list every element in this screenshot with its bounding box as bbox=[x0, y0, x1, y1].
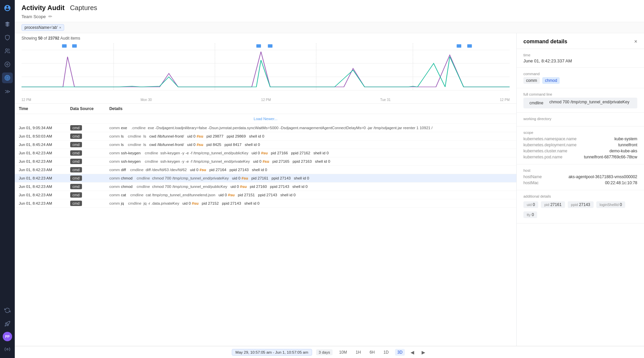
details-close-btn[interactable]: × bbox=[634, 39, 637, 45]
svg-rect-16 bbox=[72, 44, 77, 48]
table-row[interactable]: Jun 01, 8:42:23 AM cmd comm ssh-keygen c… bbox=[15, 149, 516, 157]
showing-middle: of bbox=[43, 36, 48, 41]
detail-workdir-section: working directory bbox=[517, 113, 644, 126]
sidebar-item-capture[interactable] bbox=[2, 59, 13, 70]
row-source: cmd bbox=[66, 149, 105, 157]
scope-val-cluster: demo-kube-aks bbox=[609, 149, 637, 153]
time-btn-1d[interactable]: 1D bbox=[381, 349, 391, 356]
host-row-mac: hostMac 00:22:48:1c:10:78 bbox=[523, 180, 637, 186]
filter-tag-process: processName='ab' × bbox=[22, 24, 64, 31]
row-source: cmd bbox=[66, 132, 105, 141]
detail-time-section: time June 01, 8:42:23.337 AM bbox=[517, 49, 644, 68]
sidebar-item-users[interactable] bbox=[2, 46, 13, 56]
scope-row-ns: kubernetes.namespace.name kube-system bbox=[523, 136, 637, 142]
timeline-next-btn[interactable]: ▶ bbox=[420, 349, 427, 356]
scope-key-deploy: kubernetes.deployment.name bbox=[523, 143, 576, 147]
svg-point-2 bbox=[7, 64, 8, 65]
sidebar-item-more[interactable]: ≫ bbox=[2, 86, 13, 97]
detail-fullcmd-section: full command line cmdline chmod 700 /tmp… bbox=[517, 88, 644, 113]
table-row[interactable]: Jun 01, 9:05:34 AM cmd comm exe .cmdline… bbox=[15, 124, 516, 132]
row-source: cmd bbox=[66, 174, 105, 183]
load-newer-btn[interactable]: Load Newer... bbox=[15, 114, 516, 124]
user-avatar[interactable]: PP bbox=[3, 332, 12, 341]
row-time: Jun 01, 8:42:23 AM bbox=[15, 149, 66, 157]
table-row[interactable]: Jun 01, 8:42:23 AM cmd comm chmod cmdlin… bbox=[15, 183, 516, 191]
row-source: cmd bbox=[66, 183, 105, 191]
table-row[interactable]: Jun 01, 8:42:23 AM cmd comm diff cmdline… bbox=[15, 166, 516, 174]
row-source: cmd bbox=[66, 166, 105, 174]
sidebar-item-recycle[interactable] bbox=[2, 305, 13, 316]
command-label: command bbox=[523, 72, 637, 76]
duration-badge: 3 days bbox=[316, 349, 333, 355]
fullcmd-text: chmod 700 /tmp/cmp_tunnel_end/privateKey bbox=[549, 100, 629, 104]
left-panel: Showing 50 of 23792 Audit items bbox=[15, 33, 516, 358]
row-time: Jun 01, 8:42:23 AM bbox=[15, 191, 66, 199]
detail-command-section: command comm chmod bbox=[517, 68, 644, 88]
table-row-selected[interactable]: Jun 01, 8:42:23 AM cmd comm chmod cmdlin… bbox=[15, 174, 516, 183]
sidebar-item-rocket[interactable] bbox=[2, 318, 13, 329]
row-time: Jun 01, 8:45:24 AM bbox=[15, 141, 66, 149]
detail-additional-section: additional details uid 0 pid 27161 ppid … bbox=[517, 190, 644, 223]
row-details: comm diff cmdline diff /dev/fd/63 /dev/f… bbox=[105, 166, 516, 174]
scope-key-ns: kubernetes.namespace.name bbox=[523, 137, 576, 141]
detail-scope-section: scope kubernetes.namespace.name kube-sys… bbox=[517, 126, 644, 164]
svg-point-6 bbox=[7, 349, 8, 350]
filter-tag-close[interactable]: × bbox=[59, 25, 61, 30]
tty-badge-label: tty bbox=[527, 213, 532, 217]
row-details: comm ls cmdline ls cwd /lib/tunnel-front… bbox=[105, 141, 516, 149]
ppid-badge-label: ppid bbox=[571, 203, 579, 207]
sidebar-item-target[interactable] bbox=[2, 72, 13, 83]
table-row[interactable]: Jun 01, 8:42:23 AM cmd comm jq cmdline j… bbox=[15, 199, 516, 208]
time-btn-1h[interactable]: 1H bbox=[353, 349, 363, 356]
time-btn-10m[interactable]: 10M bbox=[337, 349, 349, 356]
scope-row-cluster: kubernetes.cluster.name demo-kube-aks bbox=[523, 148, 637, 154]
row-details: comm exe .cmdline exe -Dsdjagent.loadjni… bbox=[105, 124, 516, 132]
sidebar-item-shield[interactable] bbox=[2, 32, 13, 43]
row-details: comm chmod cmdline chmod 700 /tmp/cmp_tu… bbox=[105, 174, 516, 183]
row-source: cmd bbox=[66, 141, 105, 149]
ppid-badge: ppid 27143 bbox=[568, 201, 594, 208]
svg-point-1 bbox=[5, 62, 10, 67]
table-row[interactable]: Jun 01, 8:50:03 AM cmd comm ls cmdline l… bbox=[15, 132, 516, 141]
hostmac-val: 00:22:48:1c:10:78 bbox=[605, 181, 637, 185]
table-row[interactable]: Jun 01, 8:42:23 AM cmd comm ssh-keygen c… bbox=[15, 157, 516, 166]
svg-rect-19 bbox=[457, 44, 461, 48]
showing-suffix: Audit items bbox=[59, 36, 80, 41]
time-btn-3d[interactable]: 3D bbox=[395, 349, 405, 356]
audit-table-container: Time Data Source Details Load Newer... J… bbox=[15, 104, 516, 358]
time-value: June 01, 8:42:23.337 AM bbox=[523, 58, 637, 63]
sidebar-item-settings[interactable] bbox=[2, 344, 13, 355]
axis-label-4: 12 PM bbox=[500, 98, 510, 102]
row-source: cmd bbox=[66, 124, 105, 132]
loginshell-badge: loginShellId 0 bbox=[596, 201, 626, 208]
table-row[interactable]: Jun 01, 8:42:23 AM cmd comm cat cmdline … bbox=[15, 191, 516, 199]
scope-val-ns: kube-system bbox=[614, 137, 637, 141]
uid-badge-value: 0 bbox=[533, 202, 535, 207]
svg-point-0 bbox=[6, 49, 8, 51]
row-source: cmd bbox=[66, 157, 105, 166]
timeline-prev-btn[interactable]: ◀ bbox=[409, 349, 416, 356]
svg-rect-15 bbox=[62, 44, 67, 48]
row-details: comm ssh-keygen cmdline ssh-keygen -y -e… bbox=[105, 149, 516, 157]
edit-scope-icon[interactable]: ✏ bbox=[48, 14, 52, 19]
content-area: Showing 50 of 23792 Audit items bbox=[15, 33, 644, 358]
showing-total: 23792 bbox=[48, 36, 59, 41]
audit-table: Time Data Source Details Load Newer... J… bbox=[15, 104, 516, 208]
time-btn-6h[interactable]: 6H bbox=[367, 349, 377, 356]
hostmac-key: hostMac bbox=[523, 181, 539, 185]
load-newer-row: Load Newer... bbox=[15, 114, 516, 124]
filter-bar: processName='ab' × bbox=[15, 22, 644, 33]
col-time: Time bbox=[15, 104, 66, 114]
row-time: Jun 01, 8:42:23 AM bbox=[15, 157, 66, 166]
timeline-footer: May 29, 10:57:05 am - Jun 1, 10:57:05 am… bbox=[15, 346, 644, 358]
chart-area: 12 PM Mon 30 12 PM Tue 31 12 PM bbox=[15, 43, 516, 104]
table-row[interactable]: Jun 01, 8:45:24 AM cmd comm ls cmdline l… bbox=[15, 141, 516, 149]
svg-point-5 bbox=[7, 78, 8, 79]
sidebar-item-layers[interactable] bbox=[2, 19, 13, 30]
app-logo[interactable] bbox=[3, 3, 12, 13]
cmdline-badge: cmdline bbox=[527, 100, 546, 106]
showing-count: 50 bbox=[38, 36, 42, 41]
col-details: Details bbox=[105, 104, 516, 114]
row-time: Jun 01, 9:05:34 AM bbox=[15, 124, 66, 132]
loginshell-badge-label: loginShellId bbox=[600, 203, 620, 207]
